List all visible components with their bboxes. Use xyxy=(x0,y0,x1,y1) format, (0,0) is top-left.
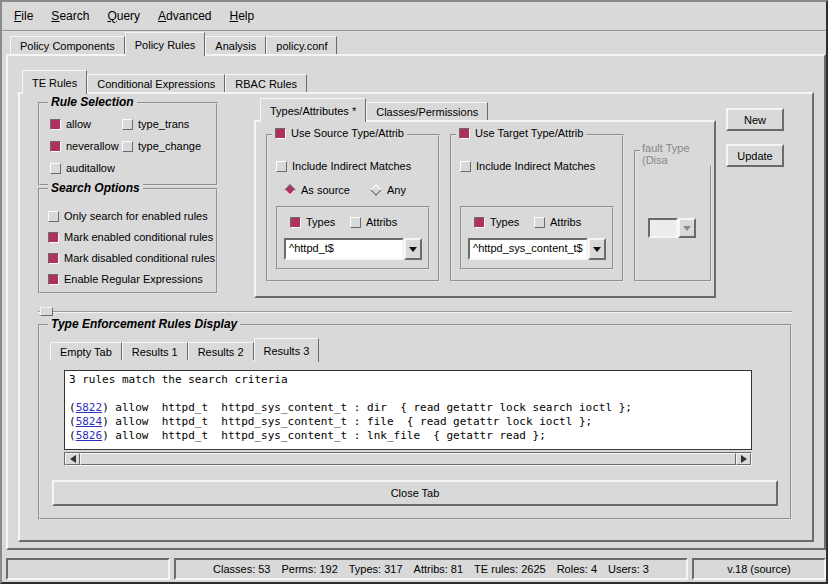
results-summary: 3 rules match the search criteria xyxy=(69,373,747,387)
checkbox-source-include-indirect[interactable]: Include Indirect Matches xyxy=(276,160,411,172)
close-tab-button[interactable]: Close Tab xyxy=(52,480,778,506)
te-rules-display-title: Type Enforcement Rules Display xyxy=(48,317,240,331)
dropdown-arrow-icon xyxy=(683,226,691,231)
checkbox-mark-disabled-conditional[interactable]: Mark disabled conditional rules xyxy=(48,252,215,264)
source-types-frame: Types Attribs ^httpd_t$ xyxy=(276,206,430,270)
tab-policy-rules[interactable]: Policy Rules xyxy=(125,32,206,56)
update-button[interactable]: Update xyxy=(726,144,784,167)
stat-users: Users: 3 xyxy=(608,563,649,575)
rule-line: (5822) allow httpd_t httpd_sys_content_t… xyxy=(69,401,747,415)
tab-classes-permissions[interactable]: Classes/Permissions xyxy=(366,102,488,120)
arrow-right-icon xyxy=(741,455,747,463)
checkbox-indicator xyxy=(474,217,485,228)
statusbar-version-panel: v.18 (source) xyxy=(692,558,826,580)
search-options-group: Search Options Only search for enabled r… xyxy=(38,188,218,294)
sash-handle[interactable] xyxy=(40,307,53,316)
stat-perms: Perms: 192 xyxy=(282,563,338,575)
menubar: File Search Query Advanced Help xyxy=(2,2,826,32)
checkbox-enable-regex[interactable]: Enable Regular Expressions xyxy=(48,273,203,285)
rule-prefix: ( xyxy=(69,429,76,442)
scroll-right-button[interactable] xyxy=(736,453,751,465)
checkbox-indicator xyxy=(275,128,286,139)
checkbox-indicator xyxy=(122,141,133,152)
checkbox-indicator xyxy=(48,211,59,222)
menu-advanced[interactable]: Advanced xyxy=(149,6,220,26)
source-type-group: Use Source Type/Attrib Include Indirect … xyxy=(266,134,440,282)
default-type-dropdown-button xyxy=(678,218,696,238)
checkbox-indicator xyxy=(48,253,59,264)
source-type-entry[interactable]: ^httpd_t$ xyxy=(284,238,404,260)
checkbox-type-trans[interactable]: type_trans xyxy=(122,118,189,130)
tab-analysis[interactable]: Analysis xyxy=(205,36,266,54)
results-tab-bar: Empty Tab Results 1 Results 2 Results 3 xyxy=(50,342,319,360)
tab-te-rules[interactable]: TE Rules xyxy=(22,70,87,94)
tab-empty-tab[interactable]: Empty Tab xyxy=(50,342,122,360)
te-rules-panel: Rule Selection allow type_trans neverall… xyxy=(18,92,814,542)
checkbox-source-types[interactable]: Types xyxy=(290,216,335,228)
target-type-dropdown-button[interactable] xyxy=(588,238,606,260)
rule-line: (5826) allow httpd_t httpd_sys_content_t… xyxy=(69,429,747,443)
stat-te-rules: TE rules: 2625 xyxy=(474,563,546,575)
checkbox-indicator xyxy=(48,232,59,243)
tab-policy-components[interactable]: Policy Components xyxy=(10,36,125,54)
checkbox-target-include-indirect[interactable]: Include Indirect Matches xyxy=(460,160,595,172)
dropdown-arrow-icon xyxy=(409,247,417,252)
checkbox-target-attribs[interactable]: Attribs xyxy=(534,216,581,228)
radio-as-source[interactable]: As source xyxy=(284,184,350,196)
checkbox-indicator xyxy=(276,161,287,172)
rule-id-link[interactable]: 5824 xyxy=(76,415,103,428)
tab-results-3[interactable]: Results 3 xyxy=(254,338,320,362)
menu-search[interactable]: Search xyxy=(42,6,98,26)
tab-types-attributes[interactable]: Types/Attributes * xyxy=(260,98,366,122)
search-options-title: Search Options xyxy=(48,181,143,195)
target-type-combobox: ^httpd_sys_content_t$ xyxy=(468,238,606,260)
checkbox-type-change[interactable]: type_change xyxy=(122,140,201,152)
rule-text: ) allow httpd_t httpd_sys_content_t : ln… xyxy=(102,429,546,442)
checkbox-indicator xyxy=(534,217,545,228)
stat-types: Types: 317 xyxy=(349,563,403,575)
statusbar-left-panel xyxy=(6,558,170,580)
rule-prefix: ( xyxy=(69,415,76,428)
rule-line: (5824) allow httpd_t httpd_sys_content_t… xyxy=(69,415,747,429)
tab-results-2[interactable]: Results 2 xyxy=(188,342,254,360)
menu-query[interactable]: Query xyxy=(98,6,149,26)
scroll-left-button[interactable] xyxy=(65,453,80,465)
scrollbar-thumb[interactable] xyxy=(80,453,736,465)
results-h-scrollbar xyxy=(64,452,752,466)
te-rules-display-group: Type Enforcement Rules Display Empty Tab… xyxy=(38,324,792,520)
checkbox-use-target-type[interactable]: Use Target Type/Attrib xyxy=(456,127,586,139)
checkbox-auditallow[interactable]: auditallow xyxy=(50,162,115,174)
checkbox-only-enabled-rules[interactable]: Only search for enabled rules xyxy=(48,210,208,222)
new-button[interactable]: New xyxy=(726,108,784,131)
checkbox-target-types[interactable]: Types xyxy=(474,216,519,228)
menu-help[interactable]: Help xyxy=(220,6,263,26)
tab-conditional-expressions[interactable]: Conditional Expressions xyxy=(87,74,225,92)
rule-id-link[interactable]: 5826 xyxy=(76,429,103,442)
rule-id-link[interactable]: 5822 xyxy=(76,401,103,414)
radio-indicator xyxy=(284,184,295,195)
checkbox-use-source-type[interactable]: Use Source Type/Attrib xyxy=(272,127,407,139)
menu-file[interactable]: File xyxy=(5,6,42,26)
tab-results-1[interactable]: Results 1 xyxy=(122,342,188,360)
radio-any[interactable]: Any xyxy=(370,184,406,196)
policy-rules-panel: TE Rules Conditional Expressions RBAC Ru… xyxy=(6,54,826,550)
checkbox-indicator xyxy=(460,161,471,172)
default-type-combobox xyxy=(648,218,696,238)
default-type-group xyxy=(634,150,712,282)
types-attributes-panel: Use Source Type/Attrib Include Indirect … xyxy=(254,120,716,298)
tab-rbac-rules[interactable]: RBAC Rules xyxy=(225,74,307,92)
checkbox-neverallow[interactable]: neverallow xyxy=(50,140,119,152)
rule-selection-group: Rule Selection allow type_trans neverall… xyxy=(38,102,218,186)
results-text-area[interactable]: 3 rules match the search criteria (5822)… xyxy=(64,370,752,450)
checkbox-mark-enabled-conditional[interactable]: Mark enabled conditional rules xyxy=(48,231,213,243)
rule-text: ) allow httpd_t httpd_sys_content_t : fi… xyxy=(102,415,592,428)
tab-policy-conf[interactable]: policy.conf xyxy=(266,36,337,54)
stat-roles: Roles: 4 xyxy=(557,563,597,575)
target-type-group: Use Target Type/Attrib Include Indirect … xyxy=(450,134,624,282)
checkbox-source-attribs[interactable]: Attribs xyxy=(350,216,397,228)
rule-text: ) allow httpd_t httpd_sys_content_t : di… xyxy=(102,401,632,414)
stat-classes: Classes: 53 xyxy=(213,563,270,575)
checkbox-allow[interactable]: allow xyxy=(50,118,91,130)
target-type-entry[interactable]: ^httpd_sys_content_t$ xyxy=(468,238,588,260)
source-type-dropdown-button[interactable] xyxy=(404,238,422,260)
